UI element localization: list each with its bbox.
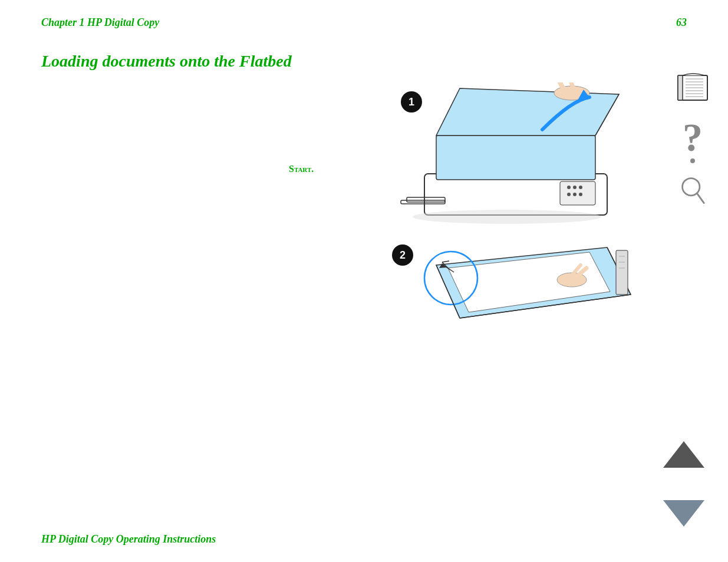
footer-text: HP Digital Copy Operating Instructions: [41, 533, 216, 546]
search-icon[interactable]: [678, 175, 707, 210]
svg-point-10: [573, 186, 577, 189]
svg-rect-8: [560, 181, 595, 205]
page-title: Loading documents onto the Flatbed: [41, 52, 292, 71]
start-label: Start.: [289, 164, 314, 174]
sidebar: ?: [675, 71, 710, 210]
chapter-title: Chapter 1 HP Digital Copy: [41, 16, 159, 29]
svg-point-11: [579, 186, 582, 189]
nav-up-button[interactable]: [663, 441, 704, 468]
book-icon[interactable]: [675, 71, 710, 105]
svg-point-15: [413, 210, 601, 224]
nav-down-button[interactable]: [663, 500, 704, 527]
scanner-illustration: [389, 82, 643, 236]
svg-point-12: [567, 193, 571, 196]
page-number: 63: [676, 16, 687, 29]
svg-marker-2: [436, 88, 619, 135]
question-mark-icon[interactable]: ?: [683, 117, 703, 163]
placement-illustration: [389, 236, 637, 353]
svg-line-21: [442, 261, 449, 262]
svg-line-45: [697, 193, 704, 203]
page-header: Chapter 1 HP Digital Copy 63: [41, 16, 687, 29]
svg-rect-16: [407, 197, 445, 202]
svg-rect-36: [678, 75, 683, 100]
svg-rect-1: [436, 135, 595, 180]
svg-point-13: [573, 193, 577, 196]
svg-rect-31: [616, 250, 628, 295]
svg-point-14: [579, 193, 582, 196]
svg-point-9: [567, 186, 571, 189]
